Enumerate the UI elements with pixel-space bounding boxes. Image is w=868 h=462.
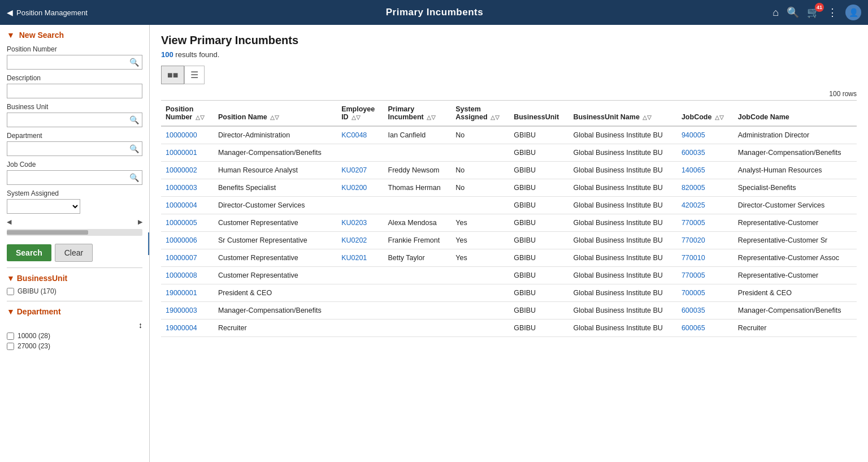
system-assigned-select[interactable]: Yes No: [7, 200, 80, 213]
th-job-code[interactable]: JobCode △▽: [677, 101, 734, 127]
cell-pos-num-link[interactable]: 19000003: [166, 306, 197, 314]
list-view-button[interactable]: ☰: [184, 66, 205, 84]
business-unit-input[interactable]: GBIBU: [7, 113, 127, 127]
cell-job-code[interactable]: 770020: [677, 232, 734, 249]
position-number-search-icon[interactable]: 🔍: [127, 58, 142, 67]
cell-job-code-link[interactable]: 700005: [682, 289, 705, 297]
cell-pos-num[interactable]: 10000008: [161, 267, 214, 284]
cell-pos-num[interactable]: 10000005: [161, 214, 214, 232]
cell-job-code-link[interactable]: 770005: [682, 271, 705, 279]
cell-pos-num-link[interactable]: 10000006: [166, 236, 197, 244]
cell-job-code-link[interactable]: 770005: [682, 219, 705, 227]
business-unit-filter-title[interactable]: ▼ BusinessUnit: [7, 274, 142, 283]
job-code-input[interactable]: [7, 171, 127, 184]
department-filter-item-0[interactable]: 10000 (28): [7, 332, 142, 340]
th-system-assigned[interactable]: SystemAssigned △▽: [451, 101, 509, 127]
cell-job-code-link[interactable]: 770020: [682, 236, 705, 244]
department-filter-item-1[interactable]: 27000 (23): [7, 342, 142, 350]
new-search-section[interactable]: ▼ New Search: [7, 31, 142, 40]
th-employee-id[interactable]: EmployeeID △▽: [337, 101, 383, 127]
position-number-input[interactable]: [7, 55, 127, 69]
cell-emp-id[interactable]: KC0048: [337, 126, 383, 144]
cell-job-code[interactable]: 600035: [677, 302, 734, 319]
more-icon[interactable]: ⋮: [827, 6, 837, 19]
cell-emp-id[interactable]: [337, 197, 383, 214]
cell-pos-num[interactable]: 10000007: [161, 249, 214, 267]
department-checkbox-0[interactable]: [7, 333, 14, 340]
cell-job-code[interactable]: 140065: [677, 162, 734, 179]
cell-job-code[interactable]: 700005: [677, 284, 734, 302]
description-input[interactable]: [7, 84, 142, 98]
cell-emp-id[interactable]: [337, 319, 383, 337]
cell-pos-num[interactable]: 10000000: [161, 126, 214, 144]
sidebar-collapse-btn[interactable]: ▮▮: [148, 232, 150, 255]
department-sort-icon[interactable]: ↕: [138, 321, 142, 330]
cell-pos-num-link[interactable]: 10000005: [166, 219, 197, 227]
cell-emp-id[interactable]: KU0200: [337, 179, 383, 197]
search-icon[interactable]: 🔍: [787, 6, 799, 19]
th-position-number[interactable]: PositionNumber △▽: [161, 101, 214, 127]
cell-pos-num-link[interactable]: 10000000: [166, 131, 197, 139]
cell-pos-num-link[interactable]: 19000004: [166, 324, 197, 332]
back-button[interactable]: ◀ Position Management: [7, 8, 88, 17]
search-button[interactable]: Search: [7, 244, 51, 261]
cell-emp-id[interactable]: [337, 144, 383, 162]
business-unit-filter-item-0[interactable]: GBIBU (170): [7, 287, 142, 295]
cell-job-code[interactable]: 820005: [677, 179, 734, 197]
cell-job-code[interactable]: 770005: [677, 214, 734, 232]
cell-pos-num-link[interactable]: 10000001: [166, 149, 197, 157]
cell-pos-num-link[interactable]: 10000007: [166, 254, 197, 262]
cart-icon[interactable]: 🛒 41: [807, 6, 819, 19]
cell-emp-id[interactable]: [337, 302, 383, 319]
cell-emp-id-link[interactable]: KU0207: [341, 166, 367, 174]
cell-pos-num[interactable]: 10000002: [161, 162, 214, 179]
th-business-unit-name[interactable]: BusinessUnit Name △▽: [568, 101, 676, 127]
cell-job-code[interactable]: 420025: [677, 197, 734, 214]
cell-pos-num-link[interactable]: 10000003: [166, 184, 197, 192]
th-position-name[interactable]: Position Name △▽: [214, 101, 337, 127]
cell-emp-id-link[interactable]: KU0200: [341, 184, 367, 192]
cell-pos-num-link[interactable]: 19000001: [166, 289, 197, 297]
cell-pos-num[interactable]: 10000001: [161, 144, 214, 162]
cell-pos-num[interactable]: 10000004: [161, 197, 214, 214]
home-icon[interactable]: ⌂: [772, 7, 779, 19]
cell-emp-id[interactable]: KU0202: [337, 232, 383, 249]
cell-pos-num[interactable]: 19000001: [161, 284, 214, 302]
cell-emp-id-link[interactable]: KU0203: [341, 219, 367, 227]
department-input[interactable]: [7, 142, 127, 156]
clear-button[interactable]: Clear: [55, 244, 93, 262]
scroll-left-arrow[interactable]: ◀: [7, 218, 11, 226]
cell-emp-id[interactable]: [337, 267, 383, 284]
avatar[interactable]: 👤: [845, 5, 861, 20]
cell-job-code-link[interactable]: 140065: [682, 166, 705, 174]
scroll-right-arrow[interactable]: ▶: [138, 218, 142, 226]
cell-job-code[interactable]: 940005: [677, 126, 734, 144]
cell-emp-id[interactable]: KU0207: [337, 162, 383, 179]
cell-pos-num[interactable]: 19000004: [161, 319, 214, 337]
cell-job-code-link[interactable]: 940005: [682, 131, 705, 139]
business-unit-checkbox-0[interactable]: [7, 288, 14, 295]
horizontal-scrollbar[interactable]: [7, 229, 142, 236]
cell-pos-num-link[interactable]: 10000008: [166, 271, 197, 279]
cell-job-code-link[interactable]: 600035: [682, 306, 705, 314]
cell-job-code-link[interactable]: 770010: [682, 254, 705, 262]
grid-view-button[interactable]: ■■: [161, 66, 184, 84]
cell-job-code[interactable]: 600065: [677, 319, 734, 337]
department-search-icon[interactable]: 🔍: [127, 144, 142, 153]
cell-job-code-link[interactable]: 600035: [682, 149, 705, 157]
cell-job-code[interactable]: 770010: [677, 249, 734, 267]
cell-emp-id[interactable]: KU0201: [337, 249, 383, 267]
th-primary-incumbent[interactable]: PrimaryIncumbent △▽: [384, 101, 452, 127]
cell-job-code[interactable]: 600035: [677, 144, 734, 162]
job-code-search-icon[interactable]: 🔍: [127, 173, 142, 182]
cell-pos-num[interactable]: 10000006: [161, 232, 214, 249]
department-filter-title[interactable]: ▼ Department: [7, 307, 142, 316]
cell-job-code-link[interactable]: 820005: [682, 184, 705, 192]
cell-emp-id-link[interactable]: KU0201: [341, 254, 367, 262]
cell-job-code[interactable]: 770005: [677, 267, 734, 284]
cell-emp-id-link[interactable]: KC0048: [341, 131, 367, 139]
cell-emp-id-link[interactable]: KU0202: [341, 236, 367, 244]
department-checkbox-1[interactable]: [7, 343, 14, 350]
cell-pos-num[interactable]: 10000003: [161, 179, 214, 197]
cell-pos-num-link[interactable]: 10000004: [166, 201, 197, 209]
